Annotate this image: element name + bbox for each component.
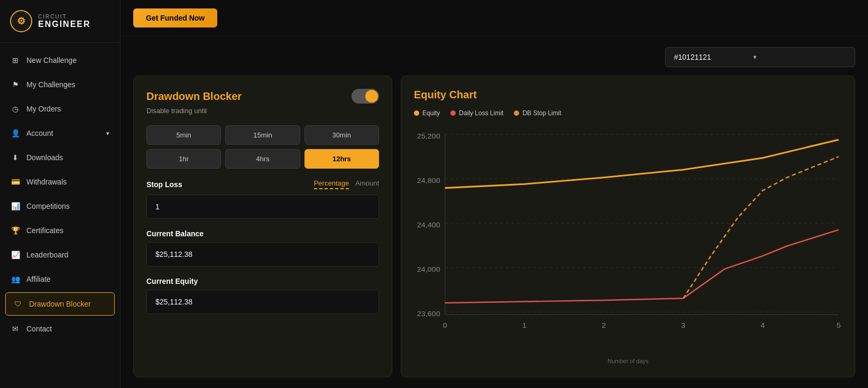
toggle-knob <box>365 90 378 103</box>
x-axis-label: Number of days <box>414 358 842 364</box>
sidebar-item-competitions[interactable]: 📊Competitions <box>0 194 120 218</box>
time-btn-30min[interactable]: 30min <box>304 125 379 145</box>
time-btn-1hr[interactable]: 1hr <box>146 149 221 169</box>
balance-label: Current Balance <box>146 229 379 238</box>
svg-text:25,200: 25,200 <box>417 132 440 140</box>
bar-chart-icon: 📊 <box>11 201 20 211</box>
user-icon: 👤 <box>11 128 20 138</box>
sidebar-item-withdrawals[interactable]: 💳Withdrawals <box>0 170 120 194</box>
svg-text:24,400: 24,400 <box>417 220 440 229</box>
card-header: Drawdown Blocker <box>146 89 379 104</box>
logo-line1: CIRCUIT <box>38 14 91 20</box>
sidebar-label-contact: Contact <box>26 325 52 333</box>
sidebar-label-new-challenge: New Challenge <box>26 56 77 64</box>
time-btn-5min[interactable]: 5min <box>146 125 221 145</box>
certificate-icon: 🏆 <box>11 226 20 235</box>
legend-item-db-stop-limit: DB Stop Limit <box>514 109 561 117</box>
legend-item-equity: Equity <box>414 109 440 117</box>
account-value: #10121121 <box>674 53 711 61</box>
sidebar-item-drawdown-blocker[interactable]: 🛡Drawdown Blocker <box>5 292 115 316</box>
logo-icon: ⚙ <box>10 10 33 33</box>
equity-input <box>146 290 379 314</box>
sidebar-item-affiliate[interactable]: 👥Affiliate <box>0 267 120 291</box>
chart-legend: EquityDaily Loss LimitDB Stop Limit <box>414 109 842 117</box>
sidebar-item-new-challenge[interactable]: ⊞New Challenge <box>0 48 120 72</box>
sidebar-item-leaderboard[interactable]: 📈Leaderboard <box>0 243 120 267</box>
svg-text:5: 5 <box>836 321 841 329</box>
nav-items: ⊞New Challenge⚑My Challenges◷My Orders👤A… <box>0 43 120 388</box>
balance-section: Current Balance <box>146 229 379 266</box>
svg-text:24,000: 24,000 <box>417 265 440 273</box>
svg-text:23,600: 23,600 <box>417 309 440 318</box>
equity-chart-title: Equity Chart <box>414 89 842 101</box>
legend-dot <box>514 110 519 116</box>
sidebar-label-withdrawals: Withdrawals <box>26 178 67 186</box>
equity-section: Current Equity <box>146 277 379 314</box>
shield-icon: 🛡 <box>13 299 23 309</box>
chevron-icon: ▾ <box>106 130 109 137</box>
svg-text:2: 2 <box>602 321 606 329</box>
sidebar-label-competitions: Competitions <box>26 202 70 210</box>
sidebar-item-account[interactable]: 👤Account▾ <box>0 121 120 145</box>
sidebar-label-leaderboard: Leaderboard <box>26 251 68 259</box>
sidebar-item-downloads[interactable]: ⬇Downloads <box>0 145 120 170</box>
time-buttons: 5min15min30min1hr4hrs12hrs <box>146 125 379 169</box>
amount-type[interactable]: Amount <box>355 179 379 189</box>
legend-label: Daily Loss Limit <box>459 109 503 117</box>
chevron-down-icon: ▾ <box>753 53 756 61</box>
sidebar-label-my-orders: My Orders <box>26 105 61 113</box>
sidebar-label-my-challenges: My Challenges <box>26 80 76 89</box>
grid-icon: ⊞ <box>11 56 20 65</box>
logo-text: CIRCUIT ENGINEER <box>38 14 91 29</box>
get-funded-button[interactable]: Get Funded Now <box>133 8 217 27</box>
mail-icon: ✉ <box>11 324 20 334</box>
stop-loss-header: Stop Loss Percentage Amount <box>146 179 379 189</box>
drawdown-blocker-card: Drawdown Blocker Disable trading until 5… <box>133 76 392 377</box>
drawdown-blocker-subtitle: Disable trading until <box>146 107 379 115</box>
percentage-type[interactable]: Percentage <box>314 179 349 189</box>
svg-text:1: 1 <box>522 321 527 329</box>
logo: ⚙ CIRCUIT ENGINEER <box>0 0 120 43</box>
time-btn-12hrs[interactable]: 12hrs <box>304 149 379 169</box>
legend-item-daily-loss-limit: Daily Loss Limit <box>450 109 503 117</box>
sidebar-item-certificates[interactable]: 🏆Certificates <box>0 218 120 243</box>
toggle-switch[interactable] <box>352 89 379 104</box>
svg-text:3: 3 <box>681 321 686 329</box>
account-selector-row: #10121121 ▾ <box>133 47 855 67</box>
balance-input <box>146 242 379 266</box>
logo-line2: ENGINEER <box>38 20 91 29</box>
sidebar-label-account: Account <box>26 129 53 137</box>
chart-container: 25,200 24,800 24,400 24,000 23,600 0 <box>414 125 842 347</box>
clock-icon: ◷ <box>11 104 20 114</box>
stop-loss-section: Stop Loss Percentage Amount <box>146 179 379 219</box>
stop-loss-input[interactable] <box>146 195 379 219</box>
svg-text:0: 0 <box>443 321 447 329</box>
content-area: #10121121 ▾ Drawdown Blocker Disable tra… <box>121 36 868 388</box>
flag-icon: ⚑ <box>11 80 20 89</box>
sidebar-label-drawdown-blocker: Drawdown Blocker <box>29 300 91 308</box>
sidebar-label-affiliate: Affiliate <box>26 275 51 283</box>
leaderboard-icon: 📈 <box>11 250 20 260</box>
stop-loss-label: Stop Loss <box>146 180 182 189</box>
sidebar-item-contact[interactable]: ✉Contact <box>0 317 120 341</box>
sidebar-item-my-challenges[interactable]: ⚑My Challenges <box>0 72 120 97</box>
time-btn-4hrs[interactable]: 4hrs <box>225 149 300 169</box>
legend-dot <box>414 110 419 116</box>
cards-row: Drawdown Blocker Disable trading until 5… <box>133 76 855 377</box>
drawdown-blocker-title: Drawdown Blocker <box>146 90 242 103</box>
account-selector[interactable]: #10121121 ▾ <box>665 47 855 67</box>
time-btn-15min[interactable]: 15min <box>225 125 300 145</box>
legend-label: DB Stop Limit <box>522 109 561 117</box>
sidebar-item-my-orders[interactable]: ◷My Orders <box>0 97 120 121</box>
legend-label: Equity <box>422 109 440 117</box>
equity-label: Current Equity <box>146 277 379 285</box>
type-toggle: Percentage Amount <box>314 179 379 189</box>
sidebar-label-certificates: Certificates <box>26 226 63 235</box>
equity-chart-card: Equity Chart EquityDaily Loss LimitDB St… <box>401 76 855 377</box>
main: Get Funded Now #10121121 ▾ Drawdown Bloc… <box>121 0 868 388</box>
sidebar-label-downloads: Downloads <box>26 153 63 162</box>
sidebar: ⚙ CIRCUIT ENGINEER ⊞New Challenge⚑My Cha… <box>0 0 121 388</box>
download-icon: ⬇ <box>11 153 20 162</box>
svg-text:4: 4 <box>761 321 765 329</box>
top-bar: Get Funded Now <box>121 0 868 36</box>
